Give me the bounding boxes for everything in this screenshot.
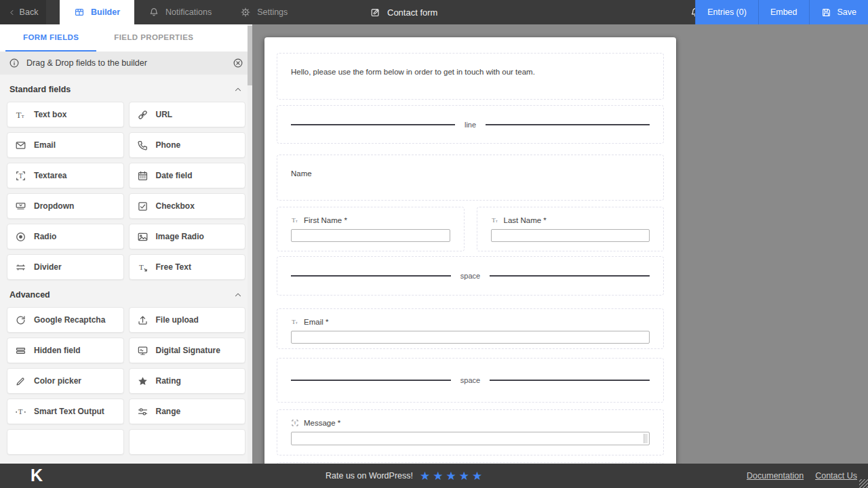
hidden-icon (15, 345, 26, 357)
field-card-date-field[interactable]: Date field (129, 163, 246, 188)
field-card-label: Google Recaptcha (34, 315, 105, 325)
last-name-input[interactable] (491, 229, 650, 242)
footer-link-contact-us[interactable]: Contact Us (815, 471, 857, 481)
message-textarea[interactable] (291, 432, 650, 445)
field-card-google-recaptcha[interactable]: Google Recaptcha (7, 307, 124, 333)
field-label: TтEmail * (291, 318, 650, 326)
divider-line (291, 275, 451, 277)
field-card-text-box[interactable]: TтText box (7, 102, 124, 127)
textarea-icon: T (291, 419, 299, 427)
field-label: TMessage * (291, 419, 650, 427)
colorpicker-icon (15, 375, 26, 387)
email-input[interactable] (291, 331, 650, 344)
form-divider-line[interactable]: line (277, 105, 664, 144)
divider-label: space (460, 272, 480, 280)
text-icon: Tт (15, 109, 26, 121)
section-header-advanced[interactable]: Advanced (7, 280, 245, 307)
topnav-item-settings[interactable]: Settings (226, 0, 302, 24)
divider-label: space (460, 376, 480, 384)
topnav-label: Builder (91, 7, 120, 17)
form-field-first-name[interactable]: TтFirst Name * (277, 207, 465, 251)
rating-stars[interactable]: ★★★★★ (420, 469, 485, 483)
back-label: Back (20, 7, 39, 17)
form-field-last-name[interactable]: TтLast Name * (477, 207, 665, 251)
topnav-item-notifications[interactable]: Notifications (134, 0, 226, 24)
field-card-divider[interactable]: Divider (7, 254, 124, 280)
section-header-standard-fields[interactable]: Standard fields (7, 75, 245, 102)
svg-text:T: T (16, 110, 22, 119)
text-icon: Tт (291, 318, 299, 326)
field-card-dropdown[interactable]: Dropdown (7, 193, 124, 219)
field-card-free-text[interactable]: TFree Text (129, 254, 246, 280)
field-card-label: Phone (156, 140, 181, 150)
bell-icon (149, 7, 159, 18)
form-divider-space[interactable]: space (277, 358, 664, 403)
resize-grip-icon[interactable] (859, 479, 868, 488)
builder-icon (74, 7, 85, 18)
sidebar: FORM FIELDSFIELD PROPERTIES Drag & Drop … (0, 24, 252, 464)
sidebar-tab-form-fields[interactable]: FORM FIELDS (5, 24, 96, 52)
link-icon (137, 109, 149, 121)
close-icon[interactable] (233, 58, 243, 68)
field-card-email[interactable]: Email (7, 132, 124, 158)
sidebar-scrollbar (248, 24, 252, 464)
field-card-textarea[interactable]: TTextarea (7, 163, 124, 188)
field-card-phone[interactable]: Phone (129, 132, 246, 158)
chevron-up-icon (233, 290, 243, 300)
divider-line (490, 380, 650, 381)
form-title-bar[interactable]: Contact form (370, 0, 437, 24)
field-card-smart-text-output[interactable]: TSmart Text Output (7, 399, 124, 424)
form-title: Contact form (387, 7, 437, 18)
sidebar-scrollbar-thumb[interactable] (248, 26, 252, 85)
field-card-hidden-field[interactable]: Hidden field (7, 338, 124, 363)
free-text-content: Hello, please use the form below in orde… (277, 54, 663, 90)
field-card-radio[interactable]: Radio (7, 224, 124, 249)
field-card-range[interactable]: Range (129, 399, 246, 424)
save-button[interactable]: Save (809, 0, 868, 24)
svg-text:т: т (495, 219, 497, 223)
field-card-rating[interactable]: Rating (129, 368, 246, 394)
field-card-file-upload[interactable]: File upload (129, 307, 246, 333)
field-card-label: Date field (156, 171, 193, 180)
sidebar-sections: Standard fieldsTтText boxURLEmailPhoneTT… (0, 75, 252, 455)
footer-link-documentation[interactable]: Documentation (747, 471, 804, 481)
field-card-clipped[interactable] (7, 429, 124, 455)
field-card-digital-signature[interactable]: Digital Signature (129, 338, 246, 363)
chevron-up-icon (233, 85, 243, 94)
svg-text:T: T (294, 420, 296, 425)
text-icon: Tт (491, 216, 499, 224)
field-card-image-radio[interactable]: Image Radio (129, 224, 246, 249)
form-field-message[interactable]: TMessage * (277, 409, 664, 455)
textarea-icon: T (15, 170, 26, 182)
first-name-input[interactable] (291, 229, 450, 242)
form-free-text[interactable]: Name (277, 155, 664, 201)
form-field-email[interactable]: TтEmail * (277, 308, 664, 349)
form-divider-space[interactable]: space (277, 256, 664, 296)
field-card-label: Textarea (34, 171, 66, 180)
rate-us-block: Rate us on WordPress! ★★★★★ (326, 464, 485, 488)
textarea-scrollbar[interactable] (644, 434, 648, 443)
entries-0-button[interactable]: Entries (0) (695, 0, 758, 24)
back-button[interactable]: Back (0, 0, 46, 24)
button-label: Entries (0) (707, 7, 747, 17)
topnav-item-builder[interactable]: Builder (60, 0, 134, 24)
field-card-label: Smart Text Output (34, 407, 104, 416)
field-card-url[interactable]: URL (129, 102, 246, 127)
field-card-checkbox[interactable]: Checkbox (129, 193, 246, 219)
svg-text:т: т (296, 321, 298, 325)
form-free-text[interactable]: Hello, please use the form below in orde… (277, 53, 664, 100)
sidebar-tab-field-properties[interactable]: FIELD PROPERTIES (96, 24, 211, 52)
divider-line (490, 275, 650, 277)
field-label: TтFirst Name * (291, 216, 450, 224)
embed-button[interactable]: Embed (758, 0, 809, 24)
field-card-label: Dropdown (34, 201, 74, 211)
chevron-left-icon (8, 9, 16, 16)
field-card-label: Divider (34, 262, 62, 272)
field-card-color-picker[interactable]: Color picker (7, 368, 124, 394)
field-card-clipped[interactable] (129, 429, 246, 455)
field-label: TтLast Name * (491, 216, 650, 224)
field-card-label: File upload (156, 315, 199, 325)
field-card-label: Checkbox (156, 201, 195, 211)
svg-text:т: т (296, 219, 298, 223)
svg-text:T: T (139, 263, 144, 271)
